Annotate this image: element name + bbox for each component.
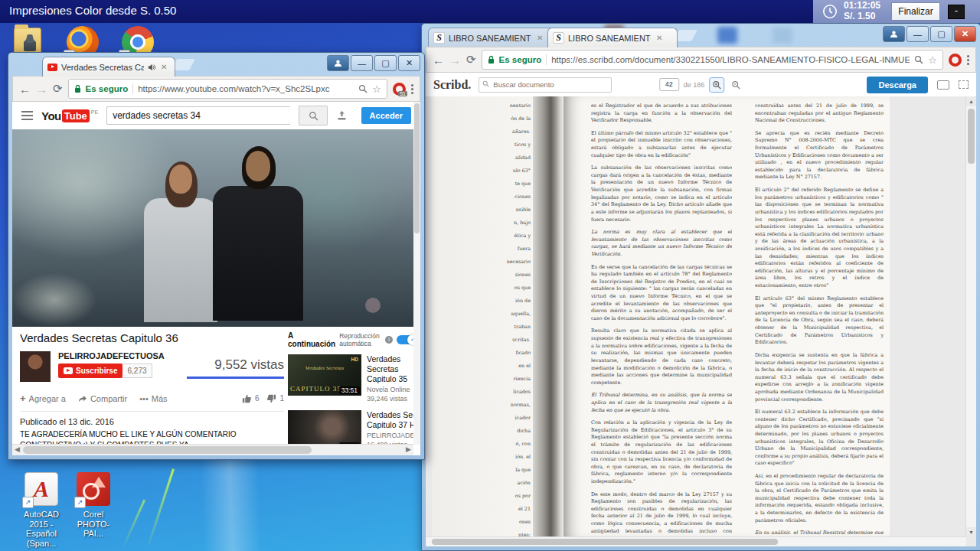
channel-watermark (365, 298, 381, 313)
screen: ↗ ↗ A↗ AutoCAD 2015 -Español (Span... ↗ … (0, 0, 980, 551)
scrollbar-thumb[interactable] (432, 539, 778, 545)
scribd-page: Scribd. 42 de 186 Descarga (426, 73, 976, 546)
autocad-label-line2: Español (Span... (26, 529, 57, 548)
bookmark-star-icon[interactable]: ☆ (372, 83, 381, 95)
tab-close-icon[interactable]: ✕ (161, 63, 167, 71)
shortcut-arrow-icon: ↗ (74, 497, 86, 508)
youtube-region-label: PE (91, 109, 98, 115)
tab-youtube[interactable]: Verdades Secretas Ca ✕ (42, 57, 175, 77)
search-button[interactable] (299, 106, 328, 126)
desktop-icon-corel[interactable]: ↗ CorelPHOTO-PAI... (69, 471, 118, 539)
autocad-label-line1: AutoCAD 2015 - (24, 510, 59, 529)
suggested-title: Verdades Secretas Capitulo 35 (367, 354, 418, 384)
address-bar[interactable]: Es seguro https://www.youtube.com/watch?… (68, 79, 387, 99)
scribd-logo: Scribd. (433, 78, 471, 92)
subscribe-button[interactable]: Suscribirse (58, 364, 122, 378)
suggested-video-item[interactable]: HD Verdades Secretas CAPITULO 35 33:51 V… (288, 354, 418, 404)
like-count: 6 (255, 394, 260, 403)
address-bar[interactable]: Es seguro https://es.scribd.com/document… (482, 50, 943, 70)
presentation-icon[interactable] (937, 80, 949, 90)
zoom-out-icon[interactable] (729, 78, 743, 92)
secure-label: Es seguro (86, 84, 129, 93)
zoom-page-icon[interactable] (914, 55, 923, 64)
dislike-button[interactable]: 1 (266, 394, 284, 403)
corel-label-line2: PHOTO-PAI... (77, 520, 110, 539)
session-time: 01:12:05 (844, 1, 880, 11)
video-player[interactable] (12, 129, 420, 327)
document-search-input[interactable] (479, 77, 612, 93)
document-horizontal-scrollbar[interactable] (426, 536, 966, 546)
like-button[interactable]: 6 (242, 394, 260, 403)
document-search[interactable] (479, 77, 612, 93)
fullscreen-icon[interactable] (959, 80, 969, 89)
tab-close-icon[interactable]: ✕ (656, 34, 662, 42)
download-button[interactable]: Descarga (867, 77, 928, 93)
page-horizontal-scrollbar[interactable]: ◀ ▶ (12, 444, 413, 455)
page-vertical-scrollbar[interactable] (413, 102, 420, 445)
tab-audio-icon[interactable] (148, 64, 155, 71)
browser-menu-icon[interactable] (967, 55, 969, 65)
info-icon[interactable]: i (385, 336, 393, 344)
video-person-man (210, 151, 306, 327)
tab-scribd-2[interactable]: S LIBRO SANEAMIENTO FI ✕ (547, 28, 678, 47)
video-duration: 33:51 (339, 386, 360, 394)
profile-button[interactable] (883, 26, 905, 42)
profile-button[interactable] (327, 55, 349, 71)
back-icon[interactable]: ← (19, 83, 31, 96)
dislike-count: 1 (279, 394, 284, 403)
clock-icon (822, 4, 838, 19)
divider (546, 54, 547, 65)
zoom-page-icon[interactable] (358, 84, 368, 93)
minimize-button[interactable]: — (351, 55, 373, 71)
reload-icon[interactable]: ⟳ (53, 82, 63, 96)
browser-menu-icon[interactable] (411, 84, 413, 94)
extension-red-o-icon[interactable] (949, 54, 962, 67)
scrollbar-thumb[interactable] (414, 103, 420, 233)
forward-icon[interactable]: → (449, 54, 461, 67)
video-thumbnail: HD Verdades Secretas CAPITULO 35 33:51 (288, 354, 361, 396)
forward-icon[interactable]: → (36, 83, 47, 96)
signin-button[interactable]: Acceder (361, 107, 411, 124)
minimize-button[interactable]: — (906, 26, 929, 42)
close-button[interactable]: ✕ (954, 26, 976, 42)
scroll-right-icon[interactable]: ▶ (406, 445, 411, 453)
tab-close-icon[interactable]: ✕ (537, 34, 543, 42)
hamburger-menu-icon[interactable] (21, 111, 33, 120)
extension-red-o-icon[interactable]: 51 (393, 83, 406, 96)
suggested-channel: PELIRROJADEFECTUOSA (367, 432, 420, 439)
scroll-down-icon[interactable]: ▼ (966, 527, 976, 537)
maximize-button[interactable]: ▢ (374, 55, 397, 71)
channel-name[interactable]: PELIRROJADEFECTUOSA (58, 351, 165, 360)
zoom-in-icon[interactable] (709, 77, 724, 93)
youtube-logo[interactable]: YouTubePE (41, 109, 98, 122)
share-button[interactable]: Compartir (78, 394, 127, 403)
upload-icon[interactable] (336, 110, 348, 121)
document-vertical-scrollbar[interactable]: ▲ ▼ (965, 96, 976, 537)
bookmark-star-icon[interactable]: ☆ (928, 54, 937, 66)
desktop-icon-autocad[interactable]: A↗ AutoCAD 2015 -Español (Span... (17, 471, 66, 549)
secure-label: Es seguro (499, 55, 542, 64)
cyber-timer-bar: Impresiones Color desde S. 0.50 01:12:05… (0, 0, 980, 23)
url-text: https://www.youtube.com/watch?v=x_Shc2SL… (138, 84, 354, 93)
maximize-button[interactable]: ▢ (930, 26, 952, 42)
channel-avatar[interactable] (20, 351, 51, 382)
youtube-header: YouTubePE Acceder (12, 102, 420, 129)
close-button[interactable]: ✕ (398, 55, 420, 71)
reload-icon[interactable]: ⟳ (466, 53, 476, 67)
scroll-left-icon[interactable]: ◀ (15, 445, 20, 453)
document-viewer[interactable]: nentarioón de laañares.ticos yalidadulo … (426, 96, 976, 546)
timer-minimize-button[interactable]: - (948, 5, 965, 19)
back-icon[interactable]: ← (433, 54, 444, 67)
scrollbar-thumb[interactable] (968, 109, 975, 164)
scribd-header: Scribd. 42 de 186 Descarga (426, 73, 976, 97)
finalize-button[interactable]: Finalizar (891, 2, 940, 21)
add-to-button[interactable]: +Agregar a (20, 393, 66, 404)
timer-title: Impresiones Color desde S. 0.50 (9, 4, 176, 17)
page-number-input[interactable]: 42 (659, 78, 679, 91)
blurred-desktop-icon (773, 27, 792, 44)
scrollbar-thumb[interactable] (23, 446, 312, 454)
search-input[interactable] (106, 106, 290, 125)
scroll-up-icon[interactable]: ▲ (966, 96, 976, 106)
tab-scribd-1[interactable]: S LIBRO SANEAMIENTO FI ✕ (428, 28, 557, 47)
more-button[interactable]: •••Más (139, 394, 167, 403)
